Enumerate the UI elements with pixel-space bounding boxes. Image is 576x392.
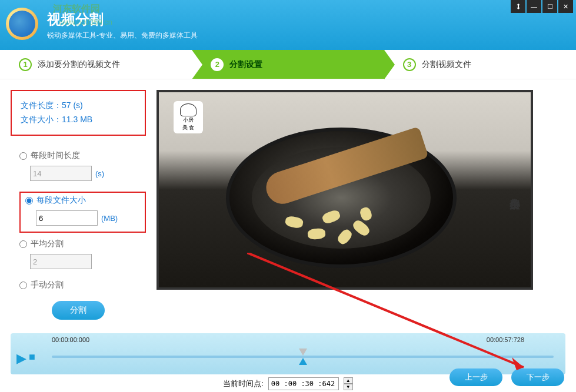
option-by-time-label: 每段时间长度 xyxy=(31,150,80,161)
split-button[interactable]: 分割 xyxy=(52,301,105,320)
window-controls: — ☐ ✕ xyxy=(511,0,573,13)
radio-by-time[interactable] xyxy=(19,152,27,160)
radio-by-size[interactable] xyxy=(25,197,33,205)
pin-button[interactable] xyxy=(511,0,525,13)
steps-bar: 1 添加要分割的视频文件 2 分割设置 3 分割视频文件 xyxy=(0,50,576,79)
step-2-label: 分割设置 xyxy=(229,59,262,70)
input-time-value xyxy=(30,166,92,181)
time-step-down[interactable]: ▼ xyxy=(344,384,353,390)
option-average[interactable]: 平均分割 xyxy=(19,239,146,249)
next-button[interactable]: 下一步 xyxy=(511,368,564,386)
unit-mb: (MB) xyxy=(101,214,118,223)
minimize-button[interactable]: — xyxy=(527,0,541,13)
step-2[interactable]: 2 分割设置 xyxy=(192,50,384,79)
timeline-track[interactable] xyxy=(52,356,554,358)
stop-button[interactable]: ■ xyxy=(29,351,35,366)
file-info-box: 文件长度：57 (s) 文件大小：11.3 MB xyxy=(11,90,146,136)
close-button[interactable]: ✕ xyxy=(558,0,573,13)
option-manual-label: 手动分割 xyxy=(31,280,64,290)
preview-area: 小房 美 食 小房美食 xyxy=(157,90,565,320)
step-3-label: 分割视频文件 xyxy=(422,59,471,70)
option-by-time[interactable]: 每段时间长度 xyxy=(19,150,146,161)
end-time-label: 00:00:57:728 xyxy=(487,336,524,343)
chef-badge-icon: 小房 美 食 xyxy=(174,101,203,133)
step-1[interactable]: 1 添加要分割的视频文件 xyxy=(0,50,192,79)
current-time-label: 当前时间点: xyxy=(223,378,264,389)
option-by-size[interactable]: 每段文件大小 xyxy=(25,195,140,206)
time-step-up[interactable]: ▲ xyxy=(344,377,353,384)
duration-row: 文件长度：57 (s) xyxy=(21,100,136,111)
video-preview[interactable]: 小房 美 食 小房美食 xyxy=(157,90,533,290)
start-time-label: 00:00:00:000 xyxy=(52,336,89,343)
size-row: 文件大小：11.3 MB xyxy=(21,115,136,125)
step-3-number: 3 xyxy=(403,58,416,71)
play-button[interactable]: ▶ xyxy=(16,351,26,366)
app-subtitle: 锐动多媒体工具-专业、易用、免费的多媒体工具 xyxy=(47,31,198,41)
option-manual[interactable]: 手动分割 xyxy=(19,280,146,290)
option-by-size-label: 每段文件大小 xyxy=(36,195,86,206)
step-1-label: 添加要分割的视频文件 xyxy=(38,59,120,70)
input-size-value[interactable] xyxy=(36,210,98,226)
radio-manual[interactable] xyxy=(19,282,27,289)
input-average-value xyxy=(30,254,92,269)
app-title: 视频分割 xyxy=(47,10,198,29)
unit-seconds: (s) xyxy=(95,169,104,178)
option-average-label: 平均分割 xyxy=(31,239,64,249)
app-header: 河东软件园 www.pc0359.cn 视频分割 锐动多媒体工具-专业、易用、免… xyxy=(0,0,576,50)
app-logo-icon xyxy=(6,8,41,43)
step-2-number: 2 xyxy=(211,58,224,71)
radio-average[interactable] xyxy=(19,240,27,248)
prev-button[interactable]: 上一步 xyxy=(450,368,502,386)
step-3[interactable]: 3 分割视频文件 xyxy=(384,50,576,79)
settings-panel: 文件长度：57 (s) 文件大小：11.3 MB 每段时间长度 (s) 每段文件… xyxy=(11,90,146,320)
timeline-marker[interactable] xyxy=(299,349,307,365)
step-1-number: 1 xyxy=(19,58,32,71)
maximize-button[interactable]: ☐ xyxy=(542,0,557,13)
current-time-input[interactable] xyxy=(268,377,339,390)
